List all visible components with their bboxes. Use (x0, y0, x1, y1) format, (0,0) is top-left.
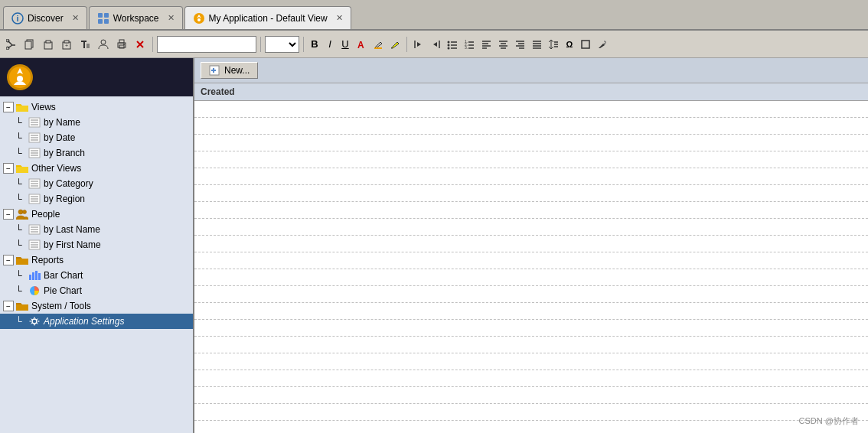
tree-item-by-firstname[interactable]: └ by First Name (0, 237, 193, 252)
table-row (194, 101, 868, 118)
paste-button[interactable] (40, 36, 57, 53)
justify-button[interactable] (529, 36, 544, 53)
svg-point-28 (448, 41, 450, 43)
expand-system-tools[interactable]: − (3, 301, 14, 311)
copy-button[interactable] (21, 36, 38, 53)
list-number-button[interactable]: 1.2.3. (462, 36, 477, 53)
table-row (194, 404, 868, 421)
sidebar-logo (0, 58, 193, 96)
tab-workspace[interactable]: Workspace ✕ (89, 6, 183, 29)
bold-button[interactable]: B (308, 36, 321, 53)
folder-system-icon (16, 300, 28, 312)
folder-reports-icon (16, 254, 28, 266)
highlight-button[interactable] (370, 36, 386, 53)
tree-item-by-lastname[interactable]: └ by Last Name (0, 222, 193, 237)
tree-item-reports[interactable]: − Reports (0, 252, 193, 268)
expand-other-views[interactable]: − (3, 163, 14, 174)
print-button[interactable] (113, 36, 130, 53)
tree-item-by-category[interactable]: └ by Category (0, 176, 193, 191)
cut-button[interactable] (3, 36, 20, 53)
table-row (194, 320, 868, 337)
separator-1 (152, 37, 153, 52)
tree-item-bar-chart[interactable]: └ Bar Chart (0, 268, 193, 283)
table-header-created: Created (194, 83, 868, 101)
table-row (194, 118, 868, 135)
special-char-button[interactable]: Ω (563, 36, 576, 53)
border-button[interactable] (578, 36, 593, 53)
tree-label-by-region: by Region (44, 194, 85, 204)
svg-rect-13 (46, 41, 51, 43)
indent-left-button[interactable] (428, 36, 443, 53)
connector: └ (15, 285, 26, 296)
font-size-select[interactable]: 810121416 (265, 36, 299, 53)
format-button[interactable] (77, 36, 93, 53)
new-button-label: New... (224, 65, 250, 76)
table-row (194, 168, 868, 185)
tree-item-other-views[interactable]: − Other Views (0, 161, 193, 176)
tab-discover[interactable]: i Discover ✕ (3, 6, 87, 29)
edit-button[interactable] (595, 36, 610, 53)
align-right-button[interactable] (512, 36, 527, 53)
view-icon-by-lastname (28, 223, 41, 236)
content-area: New... Created (194, 58, 868, 433)
tree-item-app-settings[interactable]: └ Application Settings (0, 314, 193, 329)
line-spacing-button[interactable] (546, 36, 561, 53)
italic-button[interactable]: I (323, 36, 337, 53)
svg-point-87 (23, 210, 27, 214)
expand-reports[interactable]: − (3, 255, 14, 265)
delete-button[interactable] (132, 36, 148, 53)
tab-discover-close[interactable]: ✕ (72, 13, 79, 23)
table-row (194, 135, 868, 151)
special-paste-button[interactable]: + (58, 36, 75, 53)
person-button[interactable] (95, 36, 112, 53)
new-button-icon (209, 65, 221, 76)
table-row (194, 219, 868, 236)
discover-icon: i (11, 12, 24, 24)
table-row (194, 269, 868, 286)
svg-point-103 (32, 319, 37, 324)
align-left-button[interactable] (478, 36, 494, 53)
connector: └ (15, 224, 26, 235)
svg-point-29 (448, 44, 450, 46)
tree-label-by-lastname: by Last Name (44, 224, 100, 235)
table-row (194, 421, 868, 433)
tree-item-by-region[interactable]: └ by Region (0, 191, 193, 207)
tree-container: − Views └ by Name └ by Date (0, 96, 193, 332)
svg-rect-64 (16, 106, 28, 112)
tree-item-pie-chart[interactable]: └ Pie Chart (0, 283, 193, 298)
tab-workspace-close[interactable]: ✕ (168, 13, 175, 23)
indent-right-button[interactable] (411, 36, 426, 53)
folder-people-icon (16, 208, 28, 220)
list-bullet-button[interactable] (445, 36, 460, 53)
tree-item-people[interactable]: − People (0, 207, 193, 222)
new-button[interactable]: New... (201, 62, 258, 79)
tree-item-views[interactable]: − Views (0, 99, 193, 115)
svg-rect-5 (104, 19, 109, 24)
svg-text:i: i (16, 14, 18, 23)
tree-item-by-date[interactable]: └ by Date (0, 130, 193, 145)
connector: └ (15, 148, 26, 158)
tree-item-by-name[interactable]: └ by Name (0, 115, 193, 130)
tree-label-by-branch: by Branch (44, 148, 85, 158)
myapp-icon (193, 12, 205, 24)
tab-myapp-label: My Application - Default View (209, 13, 328, 24)
tab-myapp[interactable]: My Application - Default View ✕ (184, 6, 351, 29)
view-icon-by-region (28, 193, 41, 205)
svg-point-17 (101, 40, 106, 44)
expand-people[interactable]: − (3, 209, 14, 220)
tab-myapp-close[interactable]: ✕ (336, 13, 343, 23)
underline-button[interactable]: U (338, 36, 352, 53)
tree-item-system-tools[interactable]: − System / Tools (0, 298, 193, 314)
font-name-input[interactable] (157, 36, 256, 53)
workspace-icon (97, 12, 109, 24)
expand-views[interactable]: − (3, 102, 14, 112)
align-center-button[interactable] (495, 36, 511, 53)
font-color-button[interactable]: A (354, 36, 369, 53)
connector: └ (15, 194, 26, 204)
svg-rect-100 (38, 273, 41, 280)
tree-label-app-settings: Application Settings (44, 316, 124, 327)
bg-color-button[interactable] (387, 36, 403, 53)
tab-discover-label: Discover (28, 13, 64, 24)
view-icon-by-firstname (28, 239, 41, 251)
tree-item-by-branch[interactable]: └ by Branch (0, 145, 193, 161)
